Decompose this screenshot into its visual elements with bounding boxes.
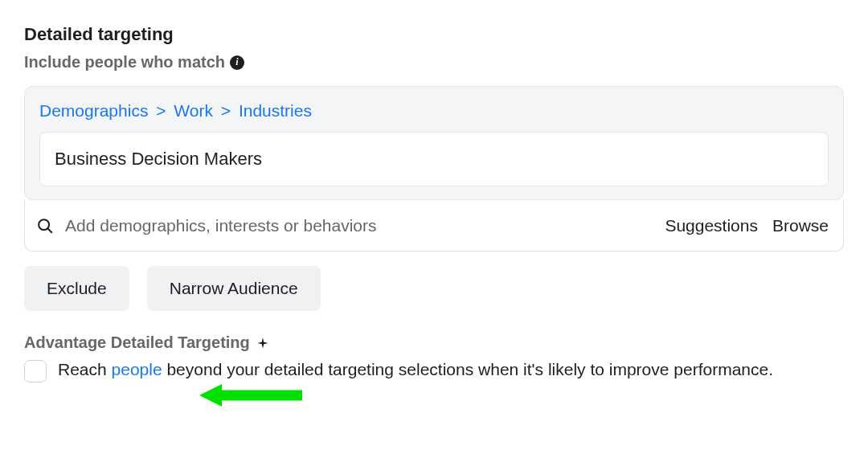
advantage-people-link[interactable]: people <box>112 360 162 378</box>
breadcrumb: Demographics > Work > Industries <box>39 101 829 121</box>
browse-link[interactable]: Browse <box>772 216 829 235</box>
svg-line-1 <box>47 228 51 232</box>
search-links: Suggestions Browse <box>665 216 829 235</box>
section-title: Detailed targeting <box>24 24 844 45</box>
subtitle-row: Include people who match i <box>24 53 844 72</box>
suggestions-link[interactable]: Suggestions <box>665 216 758 235</box>
breadcrumb-work[interactable]: Work <box>174 101 213 120</box>
section-subtitle: Include people who match <box>24 53 225 72</box>
targeting-card: Demographics > Work > Industries Busines… <box>24 86 844 200</box>
search-row: Suggestions Browse <box>24 200 844 251</box>
breadcrumb-separator: > <box>216 101 235 120</box>
exclude-button[interactable]: Exclude <box>24 266 129 311</box>
sparkle-icon <box>256 337 269 350</box>
breadcrumb-industries[interactable]: Industries <box>239 101 312 120</box>
annotation-arrow-icon <box>199 382 304 407</box>
action-buttons: Exclude Narrow Audience <box>24 266 844 311</box>
search-input[interactable] <box>65 216 665 235</box>
advantage-label: Advantage Detailed Targeting <box>24 333 250 352</box>
advantage-checkbox-row: Reach people beyond your detailed target… <box>24 357 844 382</box>
advantage-description: Reach people beyond your detailed target… <box>58 357 773 382</box>
breadcrumb-separator: > <box>151 101 170 120</box>
advantage-header: Advantage Detailed Targeting <box>24 333 844 352</box>
selected-targeting-item[interactable]: Business Decision Makers <box>39 132 829 186</box>
svg-marker-3 <box>199 384 222 407</box>
info-icon[interactable]: i <box>230 55 244 70</box>
advantage-text-prefix: Reach <box>58 360 112 378</box>
advantage-text-suffix: beyond your detailed targeting selection… <box>162 360 773 378</box>
detailed-targeting-section: Detailed targeting Include people who ma… <box>24 24 844 382</box>
narrow-audience-button[interactable]: Narrow Audience <box>147 266 321 311</box>
breadcrumb-demographics[interactable]: Demographics <box>39 101 148 120</box>
selected-targeting-label: Business Decision Makers <box>55 149 262 169</box>
advantage-checkbox[interactable] <box>24 360 47 382</box>
search-icon <box>36 217 54 235</box>
